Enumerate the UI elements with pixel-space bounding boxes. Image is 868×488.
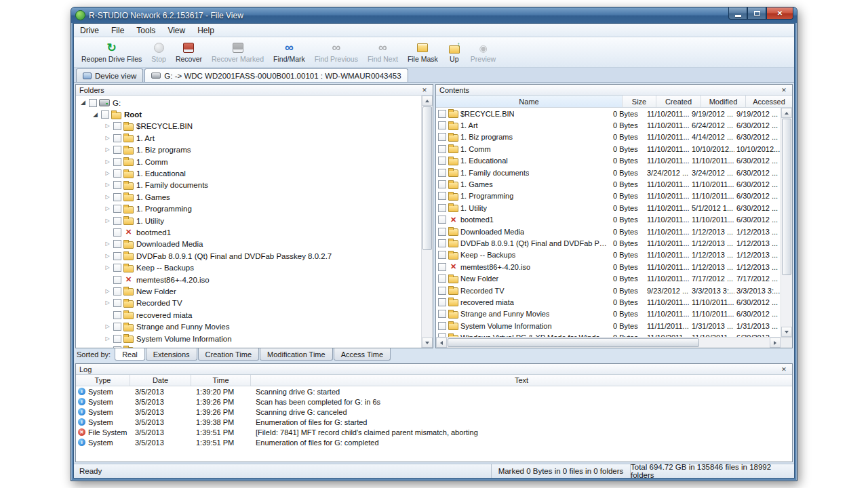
expander-collapsed-icon[interactable] bbox=[103, 253, 112, 259]
contents-row-recorded-tv[interactable]: Recorded TV0 Bytes9/23/2012 ...3/3/2013 … bbox=[436, 285, 781, 296]
contents-row-1-family-documents[interactable]: 1. Family documents0 Bytes3/24/2012 ...3… bbox=[436, 167, 781, 178]
checkbox[interactable] bbox=[438, 157, 446, 165]
expander-collapsed-icon[interactable] bbox=[103, 171, 112, 176]
checkbox[interactable] bbox=[113, 193, 121, 201]
tree-item-1-biz-programs[interactable]: 1. Biz programs bbox=[76, 144, 421, 156]
log-row[interactable]: System3/5/20131:39:38 PMEnumeration of f… bbox=[76, 417, 792, 427]
checkbox[interactable] bbox=[113, 240, 121, 248]
expander-collapsed-icon[interactable] bbox=[103, 182, 112, 188]
menu-view[interactable]: View bbox=[161, 24, 191, 37]
tree-item-keep-backups[interactable]: Keep -- Backups bbox=[76, 262, 421, 273]
contents-row-1-utility[interactable]: 1. Utility0 Bytes11/10/2011...5/1/2012 1… bbox=[436, 202, 781, 214]
checkbox[interactable] bbox=[113, 228, 121, 237]
title-bar[interactable]: R-STUDIO Network 6.2.153617 - File View bbox=[71, 7, 797, 23]
expander-collapsed-icon[interactable] bbox=[103, 265, 112, 270]
checkbox[interactable] bbox=[113, 276, 121, 284]
checkbox[interactable] bbox=[113, 158, 121, 166]
scroll-up-arrow[interactable] bbox=[422, 96, 433, 106]
expander-collapsed-icon[interactable] bbox=[103, 289, 112, 294]
column-header-accessed[interactable]: Accessed bbox=[746, 96, 792, 107]
checkbox[interactable] bbox=[113, 264, 121, 272]
scroll-right-arrow[interactable] bbox=[770, 338, 781, 348]
checkbox[interactable] bbox=[113, 323, 121, 331]
tree-item-windows-virtual-pc-xp-mode-for-windows-7[interactable]: Windows Virtual PC & XP Mode for Windows… bbox=[76, 344, 421, 348]
checkbox[interactable] bbox=[438, 180, 446, 188]
checkbox[interactable] bbox=[113, 146, 121, 154]
menu-drive[interactable]: Drive bbox=[74, 24, 105, 37]
checkbox[interactable] bbox=[438, 274, 446, 283]
checkbox[interactable] bbox=[113, 134, 121, 142]
tree-item-1-comm[interactable]: 1. Comm bbox=[76, 156, 421, 167]
sort-tab-real[interactable]: Real bbox=[115, 348, 145, 361]
checkbox[interactable] bbox=[438, 263, 446, 271]
expander-collapsed-icon[interactable] bbox=[103, 195, 112, 200]
scroll-track[interactable] bbox=[781, 118, 792, 327]
file-mask-button[interactable]: File Mask bbox=[403, 39, 443, 66]
tree-item-bootmed1[interactable]: bootmed1 bbox=[76, 226, 421, 238]
checkbox[interactable] bbox=[113, 169, 121, 178]
scroll-thumb[interactable] bbox=[782, 119, 791, 275]
log-row[interactable]: System3/5/20131:39:51 PMEnumeration of f… bbox=[76, 437, 792, 447]
scroll-up-arrow[interactable] bbox=[781, 108, 792, 118]
tree-item-1-programming[interactable]: 1. Programming bbox=[76, 203, 421, 215]
tree-item-new-folder[interactable]: New Folder bbox=[76, 285, 421, 297]
recover-button[interactable]: Recover bbox=[171, 39, 207, 66]
log-column-text[interactable]: Text bbox=[251, 375, 792, 386]
close-button[interactable] bbox=[766, 7, 793, 20]
expander-collapsed-icon[interactable] bbox=[103, 147, 112, 152]
expander-expanded-icon[interactable] bbox=[91, 112, 100, 118]
contents-row-1-biz-programs[interactable]: 1. Biz programs0 Bytes11/10/2011...4/14/… bbox=[436, 131, 781, 143]
expander-collapsed-icon[interactable] bbox=[103, 159, 112, 165]
column-header-size[interactable]: Size bbox=[623, 96, 656, 107]
column-header-name[interactable]: Name bbox=[436, 96, 623, 107]
contents-row-windows-virtual-pc-xp-mode-for-windows-7[interactable]: Windows Virtual PC & XP Mode for Windows… bbox=[436, 331, 781, 337]
tree-item-g[interactable]: G: bbox=[76, 97, 421, 108]
checkbox[interactable] bbox=[438, 169, 446, 177]
sort-tab-creation-time[interactable]: Creation Time bbox=[198, 348, 259, 361]
checkbox[interactable] bbox=[113, 335, 121, 343]
checkbox[interactable] bbox=[438, 239, 446, 247]
contents-close-icon[interactable] bbox=[779, 87, 789, 94]
checkbox[interactable] bbox=[438, 133, 446, 141]
contents-row-strange-and-funny-movies[interactable]: Strange and Funny Movies0 Bytes11/10/201… bbox=[436, 308, 781, 320]
checkbox[interactable] bbox=[438, 216, 446, 224]
checkbox[interactable] bbox=[113, 346, 121, 348]
tree-item-recycle-bin[interactable]: $RECYCLE.BIN bbox=[76, 121, 421, 132]
sort-tab-access-time[interactable]: Access Time bbox=[334, 348, 391, 361]
menu-help[interactable]: Help bbox=[191, 24, 220, 37]
contents-row-new-folder[interactable]: New Folder0 Bytes11/10/2011...7/17/2012 … bbox=[436, 272, 781, 284]
sort-tab-modification-time[interactable]: Modification Time bbox=[260, 348, 333, 361]
checkbox[interactable] bbox=[113, 122, 121, 130]
contents-row-keep-backups[interactable]: Keep -- Backups0 Bytes11/10/2011...1/12/… bbox=[436, 249, 781, 261]
menu-file[interactable]: File bbox=[105, 24, 130, 37]
view-tab-device-view[interactable]: Device view bbox=[76, 68, 143, 82]
checkbox[interactable] bbox=[438, 204, 446, 212]
tree-item-strange-and-funny-movies[interactable]: Strange and Funny Movies bbox=[76, 321, 421, 332]
checkbox[interactable] bbox=[113, 287, 121, 296]
tree-item-1-educational[interactable]: 1. Educational bbox=[76, 167, 421, 179]
checkbox[interactable] bbox=[438, 145, 446, 153]
contents-row-recycle-bin[interactable]: $RECYCLE.BIN0 Bytes11/10/2011...9/19/201… bbox=[436, 108, 781, 119]
log-close-icon[interactable] bbox=[779, 366, 789, 373]
expander-collapsed-icon[interactable] bbox=[103, 206, 112, 211]
checkbox[interactable] bbox=[438, 121, 446, 129]
log-column-time[interactable]: Time bbox=[191, 375, 251, 386]
tree-item-recorded-tv[interactable]: Recorded TV bbox=[76, 298, 421, 309]
tree-item-dvdfab-8-0-9-1-qt-final-and-dvdfab-passk[interactable]: DVDFab 8.0.9.1 (Qt) Final and DVDFab Pas… bbox=[76, 250, 421, 262]
expander-collapsed-icon[interactable] bbox=[103, 336, 112, 342]
contents-row-1-art[interactable]: 1. Art0 Bytes11/10/2011...6/24/2012 ...6… bbox=[436, 119, 781, 131]
contents-row-1-games[interactable]: 1. Games0 Bytes11/10/2011...11/10/2011..… bbox=[436, 178, 781, 190]
checkbox[interactable] bbox=[438, 298, 446, 306]
checkbox[interactable] bbox=[438, 322, 446, 330]
contents-horizontal-scrollbar[interactable] bbox=[436, 337, 792, 348]
tree-item-1-art[interactable]: 1. Art bbox=[76, 132, 421, 144]
expander-collapsed-icon[interactable] bbox=[103, 241, 112, 247]
checkbox[interactable] bbox=[438, 192, 446, 200]
expander-collapsed-icon[interactable] bbox=[103, 300, 112, 306]
checkbox[interactable] bbox=[113, 299, 121, 307]
scroll-thumb[interactable] bbox=[448, 338, 699, 347]
checkbox[interactable] bbox=[438, 287, 446, 295]
tree-item-1-games[interactable]: 1. Games bbox=[76, 191, 421, 203]
tree-item-1-utility[interactable]: 1. Utility bbox=[76, 215, 421, 226]
scroll-left-arrow[interactable] bbox=[436, 338, 447, 348]
